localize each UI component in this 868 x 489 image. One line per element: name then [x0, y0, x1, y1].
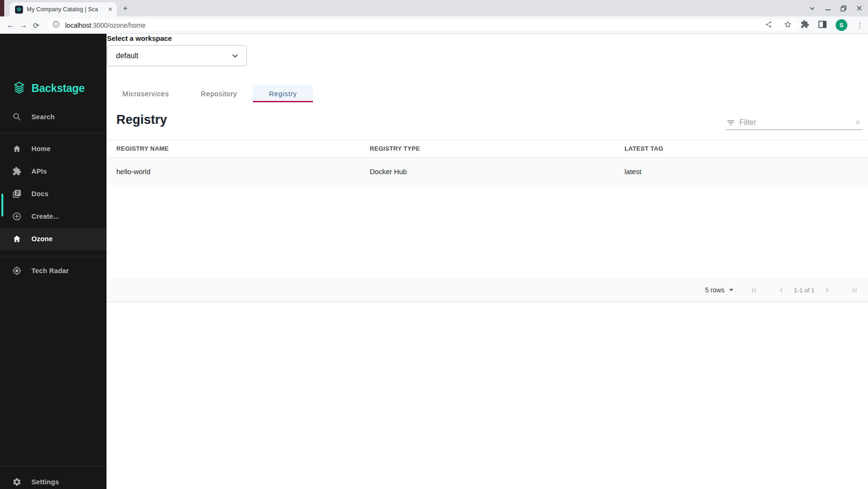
url-domain: localhost	[65, 22, 91, 29]
backstage-favicon-icon	[15, 6, 23, 14]
registry-table: REGISTRY NAME REGISTRY TYPE LATEST TAG h…	[107, 139, 868, 185]
workspace-label: Select a workspace	[107, 34, 172, 42]
window-controls	[809, 0, 868, 16]
tab-close-icon[interactable]: ✕	[108, 6, 113, 13]
cell-registry-type: Docker Hub	[370, 168, 624, 176]
clear-filter-icon[interactable]: ✕	[855, 119, 862, 126]
bookmark-star-icon[interactable]	[784, 20, 792, 31]
caret-down-icon	[729, 288, 734, 292]
search-icon	[12, 112, 22, 122]
workspace-selected-value: default	[116, 52, 231, 60]
close-window-button[interactable]	[856, 5, 862, 11]
column-header-registry-name[interactable]: REGISTRY NAME	[116, 145, 370, 152]
add-circle-icon	[12, 212, 22, 221]
sidebar-divider	[0, 133, 107, 133]
browser-tab[interactable]: My Company Catalog | Sca ✕	[10, 2, 117, 16]
new-tab-button[interactable]: +	[123, 4, 128, 13]
rows-per-page-select[interactable]: 5 rows	[705, 286, 734, 294]
home-icon	[12, 234, 22, 244]
docs-icon	[12, 189, 22, 199]
page-title: Registry	[116, 113, 167, 127]
address-bar[interactable]: localhost:3000/ozone/home	[47, 19, 799, 31]
workspace-select[interactable]: default	[107, 45, 247, 66]
sidebar-item-label: Search	[31, 113, 55, 121]
logo-text: Backstage	[31, 82, 84, 95]
extension-icon	[12, 167, 22, 176]
tab-title: My Company Catalog | Sca	[27, 6, 104, 13]
sidebar-item-docs[interactable]: Docs	[0, 183, 107, 205]
sidebar-item-label: Settings	[31, 478, 59, 486]
sidebar-item-label: Create...	[31, 213, 59, 220]
restore-button[interactable]	[840, 5, 847, 12]
backstage-logo[interactable]: Backstage	[12, 81, 84, 96]
table-header-row: REGISTRY NAME REGISTRY TYPE LATEST TAG	[107, 139, 868, 158]
sidebar-item-label: Home	[31, 145, 51, 153]
sidebar-item-label: Tech Radar	[31, 267, 69, 275]
filter-input[interactable]	[739, 118, 851, 127]
tab-microservices[interactable]: Microservices	[107, 85, 185, 102]
sidebar-item-settings[interactable]: Settings	[0, 471, 107, 489]
sidebar-item-ozone[interactable]: Ozone	[0, 228, 107, 250]
reload-button[interactable]: ⟳	[30, 20, 42, 31]
side-panel-icon[interactable]	[818, 20, 827, 31]
browser-tab-strip: My Company Catalog | Sca ✕ +	[0, 0, 868, 16]
last-page-button[interactable]	[847, 283, 860, 297]
sidebar-divider	[0, 256, 107, 256]
site-info-icon[interactable]	[53, 21, 60, 30]
column-header-latest-tag[interactable]: LATEST TAG	[624, 145, 868, 152]
tab-repository[interactable]: Repository	[185, 85, 253, 102]
sidebar-item-label: APIs	[31, 168, 47, 175]
table-paginator: 5 rows 1-1 of 1	[107, 278, 868, 302]
rows-per-page-value: 5 rows	[705, 286, 724, 294]
toolbar-right-icons: S ⋮	[800, 16, 868, 34]
target-icon	[12, 266, 22, 275]
column-header-registry-type[interactable]: REGISTRY TYPE	[370, 145, 624, 152]
url-text: localhost:3000/ozone/home	[65, 22, 765, 29]
next-page-button[interactable]	[820, 283, 833, 297]
sidebar-item-apis[interactable]: APIs	[0, 160, 107, 183]
sidebar-item-tech-radar[interactable]: Tech Radar	[0, 260, 107, 282]
sidebar-divider	[0, 466, 107, 466]
tab-search-chevron-icon[interactable]	[809, 5, 815, 12]
backstage-logo-icon	[12, 81, 27, 96]
active-item-accent-bar	[1, 194, 3, 216]
sidebar-item-label: Ozone	[31, 235, 53, 243]
cell-registry-name: hello-world	[116, 168, 370, 176]
profile-avatar[interactable]: S	[836, 19, 847, 31]
url-path: :3000/ozone/home	[91, 22, 145, 29]
minimize-button[interactable]	[825, 5, 831, 11]
sidebar-item-search[interactable]: Search	[0, 106, 107, 128]
sidebar: Backstage Search Home APIs Docs Create..…	[0, 34, 107, 489]
share-icon[interactable]	[765, 21, 772, 30]
extensions-puzzle-icon[interactable]	[800, 20, 809, 31]
window-corner-decoration	[0, 0, 4, 16]
browser-window: My Company Catalog | Sca ✕ + ← → ⟳ local…	[0, 0, 868, 489]
cell-latest-tag: latest	[624, 168, 868, 176]
filter-field[interactable]: ✕	[726, 115, 862, 130]
main-content: Select a workspace default Microservices…	[107, 34, 868, 489]
chevron-down-icon	[231, 52, 239, 60]
forward-button[interactable]: →	[18, 20, 29, 31]
browser-menu-icon[interactable]: ⋮	[856, 21, 863, 30]
first-page-button[interactable]	[748, 283, 761, 297]
sidebar-item-label: Docs	[31, 190, 48, 198]
sidebar-item-create[interactable]: Create...	[0, 205, 107, 228]
content-tabs: Microservices Repository Registry	[107, 85, 313, 102]
previous-page-button[interactable]	[775, 283, 788, 297]
page-range-label: 1-1 of 1	[794, 287, 815, 294]
tab-registry[interactable]: Registry	[253, 85, 313, 102]
home-icon	[12, 144, 22, 153]
back-button[interactable]: ←	[5, 20, 16, 31]
sidebar-item-home[interactable]: Home	[0, 138, 107, 160]
gear-icon	[12, 477, 22, 487]
table-row[interactable]: hello-world Docker Hub latest	[107, 158, 868, 185]
filter-list-icon	[726, 118, 735, 127]
